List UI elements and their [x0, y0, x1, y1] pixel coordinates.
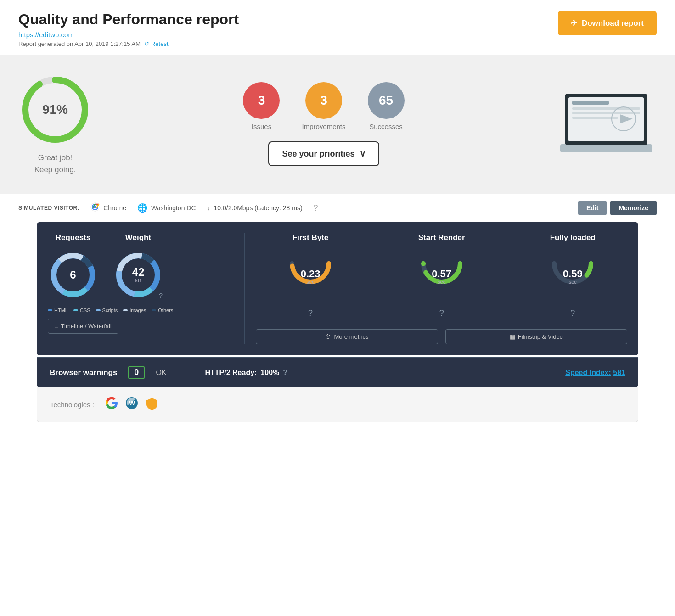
score-donut: 91%	[18, 73, 92, 146]
header-left: Quality and Performance report https://e…	[18, 11, 239, 47]
requests-value: 6	[70, 269, 76, 280]
issues-count: 3	[258, 93, 265, 108]
chevron-down-icon: ∨	[360, 149, 366, 159]
speed-index-label: Speed Index:	[565, 369, 611, 376]
warnings-count: 0	[128, 366, 145, 379]
legend-css: CSS	[73, 308, 90, 313]
svg-rect-2	[560, 144, 652, 152]
fully-loaded-donut: 0.59 sec	[545, 250, 600, 305]
successes-count: 65	[379, 93, 393, 108]
laptop-illustration	[556, 84, 657, 164]
see-priorities-button[interactable]: See your priorities ∨	[268, 141, 379, 166]
speed-metrics-section: First Byte 0.23 sec ?	[245, 233, 627, 344]
summary-section: 91% Great job! Keep going. 3 Issues 3 Im…	[0, 55, 675, 194]
clock-icon: ⏱	[325, 333, 331, 340]
priorities-label: See your priorities	[282, 149, 354, 159]
svg-rect-6	[572, 101, 609, 105]
http2-section: HTTP/2 Ready: 100% ?	[205, 369, 288, 377]
speed-index-section: Speed Index: 581	[565, 369, 625, 377]
retest-link[interactable]: ↺ Retest	[144, 40, 169, 47]
tech-label: Technologies :	[50, 401, 94, 409]
weight-donut: 42 kB ?	[113, 250, 163, 300]
successes-metric: 65 Successes	[368, 82, 405, 130]
start-render-section: Start Render 0.57 sec ?	[387, 233, 496, 318]
weight-help-icon[interactable]: ?	[159, 292, 163, 299]
svg-text:W: W	[129, 399, 135, 407]
page-header: Quality and Performance report https://e…	[0, 0, 675, 55]
requests-donut: 6	[48, 250, 98, 300]
svg-rect-8	[572, 112, 640, 114]
start-render-help-icon[interactable]: ?	[439, 308, 444, 318]
report-date: Report generated on Apr 10, 2019 1:27:15…	[18, 40, 141, 47]
security-icon	[146, 397, 158, 412]
legend-scripts: Scripts	[96, 308, 118, 313]
browser-name: Chrome	[103, 204, 126, 212]
speed-panels-row: First Byte 0.23 sec ?	[256, 233, 627, 318]
memorize-button[interactable]: Memorize	[610, 201, 657, 215]
first-byte-donut: 0.23 sec	[283, 250, 338, 305]
first-byte-section: First Byte 0.23 sec ?	[256, 233, 365, 318]
start-render-title: Start Render	[418, 233, 465, 242]
successes-circle: 65	[368, 82, 405, 119]
http2-value: 100%	[260, 369, 279, 377]
download-report-button[interactable]: ✈ Download report	[558, 11, 657, 35]
score-value: 91%	[42, 102, 68, 117]
fully-loaded-help-icon[interactable]: ?	[570, 308, 575, 318]
retest-label: Retest	[151, 40, 169, 47]
improvements-circle: 3	[305, 82, 342, 119]
tech-icons: W	[105, 397, 158, 413]
fully-loaded-title: Fully loaded	[550, 233, 596, 242]
score-label: Great job! Keep going.	[34, 152, 76, 175]
more-metrics-button[interactable]: ⏱ More metrics	[256, 329, 438, 344]
requests-col: Requests 6	[48, 233, 98, 300]
chart-legend: HTML CSS Scripts Images Others	[48, 308, 233, 313]
req-weight-row: Requests 6	[48, 233, 233, 300]
first-byte-help-icon[interactable]: ?	[308, 308, 313, 318]
visitor-label: SIMULATED VISITOR:	[18, 205, 79, 211]
timeline-waterfall-button[interactable]: ≡ Timeline / Waterfall	[48, 319, 118, 334]
weight-col: Weight 42 kB ?	[113, 233, 163, 300]
google-icon	[105, 397, 118, 413]
edit-visitor-button[interactable]: Edit	[578, 201, 607, 215]
weight-value: 42 kB	[132, 267, 145, 283]
svg-rect-9	[572, 117, 618, 119]
improvements-count: 3	[320, 93, 327, 108]
successes-label: Successes	[369, 123, 403, 130]
speed-info: ↕ 10.0/2.0Mbps (Latency: 28 ms)	[207, 204, 303, 212]
speed-buttons: ⏱ More metrics ▦ Filmstrip & Video	[256, 325, 627, 344]
location-info: 🌐 Washington DC	[137, 203, 196, 213]
filmstrip-video-button[interactable]: ▦ Filmstrip & Video	[445, 329, 627, 344]
http2-label: HTTP/2 Ready:	[205, 369, 257, 377]
first-byte-title: First Byte	[292, 233, 328, 242]
visitor-bar: SIMULATED VISITOR: Chrome 🌐 Washington D…	[0, 194, 675, 222]
globe-icon: 🌐	[137, 203, 147, 213]
performance-wrapper: Requests 6	[0, 222, 675, 387]
tech-wrapper: Technologies : W	[0, 387, 675, 459]
fully-loaded-section: Fully loaded 0.59 sec ?	[518, 233, 627, 318]
location-name: Washington DC	[151, 204, 196, 212]
warnings-label: Browser warnings	[50, 368, 117, 377]
svg-point-14	[94, 206, 96, 208]
help-circle-icon[interactable]: ?	[314, 203, 318, 213]
issues-metric: 3 Issues	[243, 82, 280, 130]
site-url-link[interactable]: https://editwp.com	[18, 31, 239, 39]
score-container: 91% Great job! Keep going.	[18, 73, 92, 175]
legend-html: HTML	[48, 308, 68, 313]
legend-others: Others	[152, 308, 173, 313]
speed-value: 10.0/2.0Mbps (Latency: 28 ms)	[214, 204, 303, 212]
http2-help-icon[interactable]: ?	[283, 369, 287, 377]
weight-title: Weight	[125, 233, 151, 242]
download-icon: ✈	[571, 18, 577, 28]
improvements-metric: 3 Improvements	[302, 82, 345, 130]
page-title: Quality and Performance report	[18, 11, 239, 28]
chrome-icon	[90, 202, 100, 214]
browser-info: Chrome	[90, 202, 126, 214]
requests-weight-section: Requests 6	[48, 233, 245, 344]
speed-icon: ↕	[207, 204, 210, 212]
issues-circle: 3	[243, 82, 280, 119]
legend-images: Images	[123, 308, 146, 313]
speed-index-value[interactable]: 581	[613, 369, 625, 376]
timeline-icon: ≡	[55, 323, 58, 330]
retest-icon: ↺	[144, 40, 149, 47]
technologies-bar: Technologies : W	[37, 387, 638, 422]
